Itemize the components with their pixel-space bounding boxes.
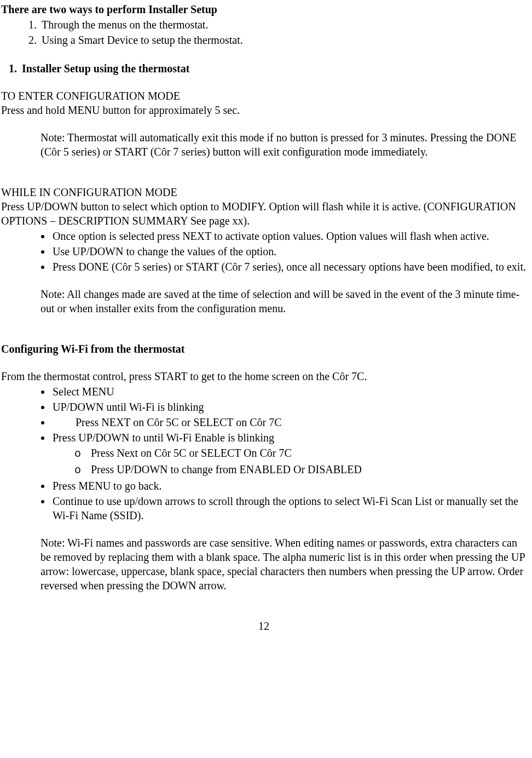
note-1: Note: Thermostat will automatically exit… [1, 130, 527, 159]
wifi-sub-2: Press UP/DOWN to change from ENABLED Or … [53, 462, 527, 478]
wifi-bullet-4: Press UP/DOWN to until Wi-Fi Enable is b… [51, 430, 527, 478]
ways-item-2: Using a Smart Device to setup the thermo… [39, 33, 527, 47]
ways-list: Through the menus on the thermostat. Usi… [1, 18, 527, 47]
wifi-sub-1: Press Next on Côr 5C or SELECT On Côr 7C [53, 446, 527, 461]
config-bullet-3: Press DONE (Côr 5 series) or START (Côr … [51, 260, 527, 274]
wifi-bullet-5: Press MENU to go back. [51, 479, 527, 493]
config-enter-body: Press and hold MENU button for approxima… [1, 103, 527, 117]
section-list: Installer Setup using the thermostat [1, 61, 527, 76]
note-3: Note: Wi-Fi names and passwords are case… [1, 536, 527, 593]
wifi-intro: From the thermostat control, press START… [1, 369, 527, 383]
wifi-heading: Configuring Wi-Fi from the thermostat [1, 342, 527, 356]
wifi-bullet-2: UP/DOWN until Wi-Fi is blinking [51, 400, 527, 414]
heading-ways: There are two ways to perform Installer … [1, 2, 527, 16]
note-2: Note: All changes made are saved at the … [1, 287, 527, 315]
config-bullet-1: Once option is selected press NEXT to ac… [51, 229, 527, 243]
ways-item-1: Through the menus on the thermostat. [39, 18, 527, 32]
wifi-sub-bullets: Press Next on Côr 5C or SELECT On Côr 7C… [53, 446, 527, 478]
wifi-bullet-3: Press NEXT on Côr 5C or SELECT on Côr 7C [51, 415, 527, 429]
page-number: 12 [1, 619, 527, 633]
wifi-bullets: Select MENU UP/DOWN until Wi-Fi is blink… [1, 384, 527, 522]
config-bullets: Once option is selected press NEXT to ac… [1, 229, 527, 274]
wifi-bullet-4-text: Press UP/DOWN to until Wi-Fi Enable is b… [53, 432, 274, 444]
wifi-bullet-6: Continue to use up/down arrows to scroll… [51, 494, 527, 522]
config-while-body: Press UP/DOWN button to select which opt… [1, 199, 527, 228]
config-bullet-2: Use UP/DOWN to change the values of the … [51, 244, 527, 259]
wifi-sub-2-text: Press UP/DOWN to change from ENABLED Or … [91, 463, 362, 475]
section-1-title: Installer Setup using the thermostat [20, 61, 527, 76]
wifi-sub-1-text: Press Next on Côr 5C or SELECT On Côr 7C [91, 447, 292, 459]
config-while-title: WHILE IN CONFIGURATION MODE [1, 185, 527, 199]
config-enter-title: TO ENTER CONFIGURATION MODE [1, 89, 527, 103]
wifi-bullet-1: Select MENU [51, 384, 527, 399]
wifi-bullet-3-text: Press NEXT on Côr 5C or SELECT on Côr 7C [53, 416, 282, 428]
